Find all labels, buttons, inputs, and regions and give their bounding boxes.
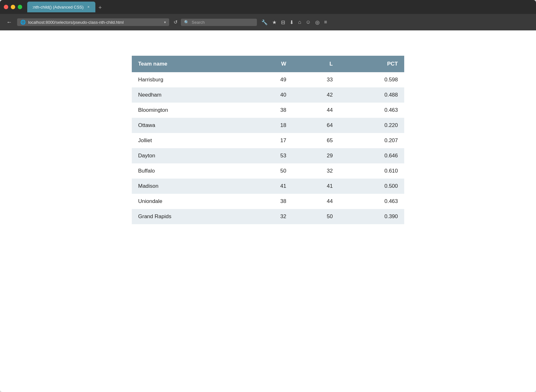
reader-icon[interactable]: ⊟: [281, 19, 285, 25]
minimize-button[interactable]: [11, 5, 15, 9]
cell-l: 44: [293, 194, 339, 209]
tab-title: :nth-child() (Advanced CSS): [32, 5, 84, 9]
close-button[interactable]: [4, 5, 8, 9]
cell-l: 65: [293, 133, 339, 148]
cell-team: Jolliet: [132, 133, 246, 148]
cell-team: Harrisburg: [132, 72, 246, 87]
cell-w: 50: [246, 163, 293, 179]
refresh-button[interactable]: ↺: [174, 19, 178, 25]
cell-team: Uniondale: [132, 194, 246, 209]
maximize-button[interactable]: [18, 5, 22, 9]
cell-l: 42: [293, 87, 339, 103]
wrench-icon[interactable]: 🔧: [261, 19, 268, 25]
table-row: Needham40420.488: [132, 87, 404, 103]
download-icon[interactable]: ⬇: [290, 19, 294, 25]
nav-bar: ← 🌐 localhost:8000/selectors/pseudo-clas…: [0, 14, 536, 30]
address-bar[interactable]: 🌐 localhost:8000/selectors/pseudo-class-…: [17, 18, 169, 26]
table-row: Grand Rapids32500.390: [132, 209, 404, 224]
cell-team: Ottawa: [132, 118, 246, 133]
cell-pct: 0.598: [339, 72, 404, 87]
home-icon[interactable]: ⌂: [298, 19, 301, 25]
cell-l: 50: [293, 209, 339, 224]
nav-toolbar-icons: 🔧 ★ ⊟ ⬇ ⌂ ☺ ◎ ≡: [261, 19, 327, 25]
menu-icon[interactable]: ≡: [324, 19, 327, 25]
cell-l: 33: [293, 72, 339, 87]
table-row: Jolliet17650.207: [132, 133, 404, 148]
cell-team: Bloomington: [132, 103, 246, 118]
header-team-name: Team name: [132, 56, 246, 72]
cell-team: Dayton: [132, 148, 246, 163]
profile-icon[interactable]: ☺: [306, 19, 311, 25]
cell-l: 32: [293, 163, 339, 179]
cell-pct: 0.488: [339, 87, 404, 103]
table-row: Harrisburg49330.598: [132, 72, 404, 87]
cell-l: 64: [293, 118, 339, 133]
dropdown-icon[interactable]: ▾: [164, 20, 166, 24]
table-row: Uniondale38440.463: [132, 194, 404, 209]
cell-team: Buffalo: [132, 163, 246, 179]
search-bar[interactable]: 🔍 Search: [181, 19, 257, 26]
globe-icon: 🌐: [20, 20, 26, 25]
cell-w: 38: [246, 194, 293, 209]
title-bar: :nth-child() (Advanced CSS) × +: [0, 0, 536, 14]
header-w: W: [246, 56, 293, 72]
browser-window: :nth-child() (Advanced CSS) × + ← 🌐 loca…: [0, 0, 536, 392]
tab-close-icon[interactable]: ×: [87, 5, 90, 9]
cell-pct: 0.220: [339, 118, 404, 133]
cell-team: Needham: [132, 87, 246, 103]
table-row: Buffalo50320.610: [132, 163, 404, 179]
cell-w: 49: [246, 72, 293, 87]
cell-pct: 0.207: [339, 133, 404, 148]
table-row: Madison41410.500: [132, 179, 404, 194]
cell-pct: 0.500: [339, 179, 404, 194]
back-button[interactable]: ←: [4, 18, 14, 27]
cell-l: 44: [293, 103, 339, 118]
table-row: Dayton53290.646: [132, 148, 404, 163]
cell-team: Madison: [132, 179, 246, 194]
cell-w: 41: [246, 179, 293, 194]
cell-w: 40: [246, 87, 293, 103]
table-row: Bloomington38440.463: [132, 103, 404, 118]
cell-pct: 0.646: [339, 148, 404, 163]
bookmark-icon[interactable]: ★: [272, 19, 277, 25]
cell-w: 53: [246, 148, 293, 163]
sports-table: Team name W L PCT Harrisburg49330.598Nee…: [132, 56, 404, 224]
table-header-row: Team name W L PCT: [132, 56, 404, 72]
cell-w: 38: [246, 103, 293, 118]
page-content: Team name W L PCT Harrisburg49330.598Nee…: [0, 30, 536, 392]
active-tab[interactable]: :nth-child() (Advanced CSS) ×: [27, 2, 95, 12]
search-icon: 🔍: [184, 20, 189, 25]
tab-bar: :nth-child() (Advanced CSS) × +: [27, 2, 532, 12]
window-controls: [4, 5, 22, 9]
header-l: L: [293, 56, 339, 72]
table-row: Ottawa18640.220: [132, 118, 404, 133]
cell-w: 18: [246, 118, 293, 133]
cell-pct: 0.463: [339, 194, 404, 209]
header-pct: PCT: [339, 56, 404, 72]
cell-l: 41: [293, 179, 339, 194]
new-tab-button[interactable]: +: [95, 3, 105, 12]
cell-w: 17: [246, 133, 293, 148]
cell-pct: 0.463: [339, 103, 404, 118]
address-text: localhost:8000/selectors/pseudo-class-nt…: [28, 20, 162, 25]
search-placeholder-text: Search: [192, 20, 205, 25]
cell-pct: 0.610: [339, 163, 404, 179]
cell-pct: 0.390: [339, 209, 404, 224]
cell-l: 29: [293, 148, 339, 163]
cell-team: Grand Rapids: [132, 209, 246, 224]
cell-w: 32: [246, 209, 293, 224]
private-icon[interactable]: ◎: [315, 19, 320, 25]
